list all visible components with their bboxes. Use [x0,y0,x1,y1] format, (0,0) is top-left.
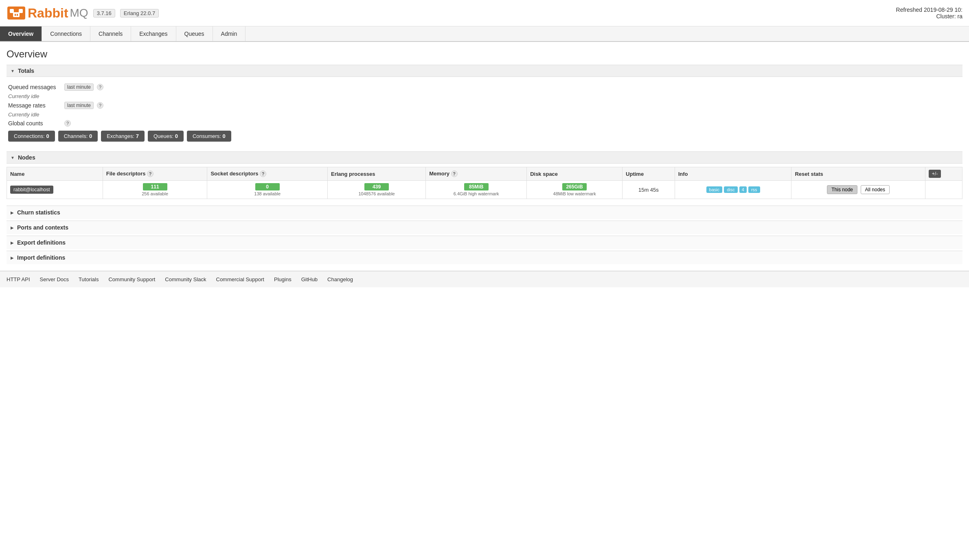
logo-rabbit-text: Rabbit [28,6,68,21]
churn-arrow: ▶ [11,210,14,215]
svg-rect-1 [10,9,14,13]
footer-http-api[interactable]: HTTP API [7,276,30,282]
col-name: Name [7,167,103,181]
col-reset-stats: Reset stats [791,167,925,181]
cluster-info: Cluster: ra [896,13,962,20]
logo-mq-text: MQ [70,7,88,20]
col-info: Info [675,167,791,181]
footer-tutorials[interactable]: Tutorials [79,276,99,282]
footer-commercial-support[interactable]: Commercial Support [216,276,265,282]
connections-num: 0 [46,133,49,139]
queued-messages-row: Queued messages last minute ? [8,83,961,91]
info-cell: basic disc 4 rss [675,181,791,199]
node-name-badge: rabbit@localhost [10,186,53,194]
message-rates-time[interactable]: last minute [64,102,94,109]
memory-help[interactable]: ? [451,171,458,177]
col-plus-minus: +/- [925,167,962,181]
footer-community-slack[interactable]: Community Slack [165,276,206,282]
file-desc-available: 256 available [142,191,168,196]
nav-overview[interactable]: Overview [0,26,42,41]
svg-rect-5 [17,14,18,16]
totals-header[interactable]: ▼ Totals [7,65,962,77]
nav-admin[interactable]: Admin [213,26,246,41]
churn-header[interactable]: ▶ Churn statistics [7,206,962,219]
socket-desc-help[interactable]: ? [260,171,266,177]
ports-header[interactable]: ▶ Ports and contexts [7,221,962,234]
nodes-title: Nodes [18,154,35,161]
ports-section: ▶ Ports and contexts [7,221,962,234]
footer-community-support[interactable]: Community Support [108,276,155,282]
version-badge: 3.7.16 [93,9,115,18]
queued-messages-help[interactable]: ? [97,84,103,90]
erlang-bar: 439 [364,183,389,190]
page-title: Overview [7,48,962,60]
import-title: Import definitions [17,254,65,261]
export-section: ▶ Export definitions [7,236,962,249]
nav-queues[interactable]: Queues [176,26,213,41]
info-num-badge[interactable]: 4 [739,186,747,193]
nodes-section: ▼ Nodes Name File descriptors ? Socket d… [7,151,962,199]
rabbitmq-logo-icon [7,3,26,23]
export-arrow: ▶ [11,241,14,245]
file-desc-help[interactable]: ? [147,171,153,177]
counts-row: Connections: 0 Channels: 0 Exchanges: 7 … [8,131,961,142]
footer-server-docs[interactable]: Server Docs [40,276,69,282]
totals-title: Totals [18,68,34,74]
info-disc-badge[interactable]: disc [724,186,738,193]
socket-desc-available: 138 available [254,191,281,196]
import-header[interactable]: ▶ Import definitions [7,251,962,264]
info-basic-badge[interactable]: basic [706,186,723,193]
ports-arrow: ▶ [11,225,14,230]
message-rates-help[interactable]: ? [97,102,103,109]
uptime-cell: 15m 45s [623,181,675,199]
nodes-table-header-row: Name File descriptors ? Socket descripto… [7,167,962,181]
table-row: rabbit@localhost 111 256 available 0 138… [7,181,962,199]
idle-text-2: Currently idle [8,112,961,118]
import-section: ▶ Import definitions [7,251,962,264]
socket-desc-bar: 0 [255,183,280,190]
erlang-badge: Erlang 22.0.7 [120,9,159,18]
memory-bar-container: 85MiB 6.4GiB high watermark [429,183,523,196]
logo-area: RabbitMQ 3.7.16 Erlang 22.0.7 [7,3,159,23]
count-exchanges[interactable]: Exchanges: 7 [101,131,145,142]
memory-bar: 85MiB [464,183,489,190]
svg-rect-4 [15,14,16,16]
plus-minus-button[interactable]: +/- [929,170,941,178]
this-node-button[interactable]: This node [827,185,857,194]
queued-messages-label: Queued messages [8,84,61,90]
footer-github[interactable]: GitHub [301,276,318,282]
col-memory: Memory ? [426,167,527,181]
all-nodes-button[interactable]: All nodes [861,185,890,194]
plus-minus-cell [925,181,962,199]
time-filter-badge[interactable]: last minute [64,83,94,91]
nav-channels[interactable]: Channels [90,26,131,41]
footer-plugins[interactable]: Plugins [274,276,292,282]
socket-desc-bar-container: 0 138 available [210,183,324,196]
count-consumers[interactable]: Consumers: 0 [187,131,231,142]
main-content: Overview ▼ Totals Queued messages last m… [0,42,969,264]
global-counts-row: Global counts ? [8,120,961,127]
erlang-available: 1048576 available [358,191,395,196]
col-file-desc: File descriptors ? [103,167,207,181]
socket-desc-cell: 0 138 available [207,181,328,199]
global-counts-help[interactable]: ? [64,120,71,127]
memory-cell: 85MiB 6.4GiB high watermark [426,181,527,199]
erlang-bar-container: 439 1048576 available [331,183,422,196]
export-header[interactable]: ▶ Export definitions [7,236,962,249]
node-name-cell: rabbit@localhost [7,181,103,199]
main-nav: Overview Connections Channels Exchanges … [0,26,969,42]
nav-exchanges[interactable]: Exchanges [131,26,176,41]
svg-rect-2 [19,9,23,13]
count-connections[interactable]: Connections: 0 [8,131,55,142]
info-rss-badge[interactable]: rss [748,186,760,193]
file-desc-bar-container: 111 256 available [106,183,204,196]
footer-changelog[interactable]: Changelog [327,276,353,282]
erlang-proc-cell: 439 1048576 available [328,181,426,199]
count-channels[interactable]: Channels: 0 [58,131,98,142]
count-queues[interactable]: Queues: 0 [148,131,184,142]
nav-connections[interactable]: Connections [42,26,90,41]
channels-num: 0 [89,133,92,139]
nodes-arrow: ▼ [11,155,15,160]
disk-watermark: 48MiB low watermark [553,191,596,196]
nodes-header[interactable]: ▼ Nodes [7,151,962,164]
